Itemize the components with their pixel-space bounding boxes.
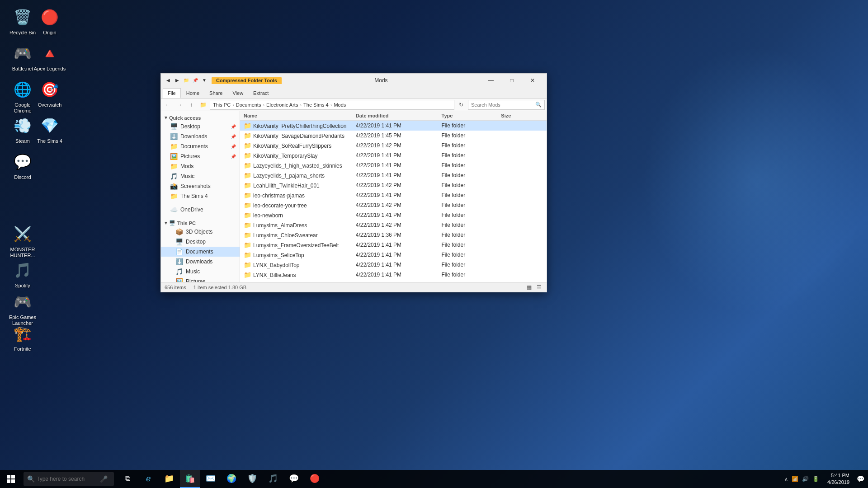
the-sims-4-icon: 💎: [39, 115, 61, 136]
onedrive-section: ☁️ OneDrive: [161, 203, 240, 216]
desktop-icon-discord[interactable]: 💬 Discord: [5, 149, 41, 182]
detail-view-button[interactable]: ▦: [525, 283, 533, 291]
svg-rect-3: [11, 479, 15, 483]
taskbar-store[interactable]: 🛍️: [180, 470, 200, 488]
desktop-icon-apex-legends[interactable]: 🔺 Apex Legends: [32, 41, 68, 74]
tab-file[interactable]: File: [163, 88, 181, 98]
refresh-button[interactable]: ↻: [456, 100, 466, 110]
path-this-pc[interactable]: This PC: [213, 102, 231, 108]
sidebar-quick-desktop[interactable]: 🖥️ Desktop 📌: [161, 122, 240, 131]
table-row[interactable]: 📁LYNX_BabydollTop 4/22/2019 1:41 PM File…: [240, 260, 547, 270]
col-header-date[interactable]: Date modified: [352, 112, 438, 119]
taskbar-edge[interactable]: ℯ: [138, 470, 158, 488]
task-view-button[interactable]: ⧉: [118, 470, 137, 488]
table-row[interactable]: 📁KikoVanity_SoRealFurrySlippers 4/22/201…: [240, 141, 547, 150]
col-header-size[interactable]: Size: [497, 112, 547, 119]
recent-locations-button[interactable]: 📁: [198, 100, 208, 110]
quick-access-header[interactable]: ▾ Quick access: [161, 113, 240, 122]
tab-home[interactable]: Home: [182, 88, 204, 98]
tray-network-icon[interactable]: 📶: [791, 476, 799, 482]
compressed-folder-tools-tab[interactable]: Compressed Folder Tools: [212, 77, 282, 84]
taskbar-chrome[interactable]: 🌍: [222, 470, 241, 488]
table-row[interactable]: 📁KikoVanity_SavageDiamondPendants 4/22/2…: [240, 131, 547, 141]
tab-share[interactable]: Share: [205, 88, 227, 98]
table-row[interactable]: 📁KikoVanity_TemporarySlay 4/22/2019 1:41…: [240, 150, 547, 160]
battlenet-label: Battle.net: [12, 66, 33, 72]
path-mods[interactable]: Mods: [334, 102, 346, 108]
taskbar-explorer[interactable]: 📁: [159, 470, 179, 488]
taskbar-clock[interactable]: 5:41 PM 4/26/2019: [824, 472, 853, 486]
close-button[interactable]: ✕: [522, 74, 543, 87]
table-row[interactable]: 📁Lumysims_ChloeSweatear 4/22/2019 1:36 P…: [240, 230, 547, 240]
taskbar-search-icon: 🔍: [27, 475, 35, 483]
tray-volume-icon[interactable]: 🔊: [801, 476, 810, 482]
table-row[interactable]: 📁leo-newborn 4/22/2019 1:41 PM File fold…: [240, 210, 547, 220]
battlenet-icon: 🎮: [12, 42, 33, 64]
desktop-icon-origin[interactable]: 🔴 Origin: [32, 5, 68, 38]
taskbar-search-input[interactable]: [37, 476, 100, 482]
taskbar-search-box[interactable]: 🔍 🎤: [24, 472, 114, 486]
tray-up-icon[interactable]: ∧: [783, 476, 789, 482]
sidebar-pc-documents[interactable]: 📄 Documents: [161, 247, 240, 257]
svg-rect-0: [7, 475, 10, 479]
monster-hunter-icon: ⚔️: [12, 223, 33, 245]
sidebar-pc-music[interactable]: 🎵 Music: [161, 267, 240, 277]
tray-battery-icon[interactable]: 🔋: [811, 476, 820, 482]
taskbar-mail[interactable]: ✉️: [201, 470, 221, 488]
sidebar-quick-downloads[interactable]: ⬇️ Downloads 📌: [161, 131, 240, 141]
sidebar-pc-3d-objects[interactable]: 📦 3D Objects: [161, 227, 240, 237]
address-path[interactable]: This PC › Documents › Electronic Arts › …: [210, 100, 454, 110]
table-row[interactable]: 📁Lumysims_FrameOversizedTeeBelt 4/22/201…: [240, 240, 547, 250]
table-row[interactable]: 📁LYNX_BillieJeans 4/22/2019 1:41 PM File…: [240, 270, 547, 280]
desktop-icon-fortnite[interactable]: 🏗️ Fortnite: [5, 321, 41, 354]
list-view-button[interactable]: ☰: [535, 283, 543, 291]
sidebar-quick-mods[interactable]: 📁 Mods: [161, 161, 240, 171]
search-input[interactable]: [471, 102, 533, 108]
sidebar-pc-pictures[interactable]: 🖼️ Pictures: [161, 277, 240, 282]
nav-forward-button[interactable]: →: [175, 100, 184, 110]
taskbar-discord[interactable]: 💬: [284, 470, 304, 488]
table-row[interactable]: 📁LeahLilith_TwinkleHair_001 4/22/2019 1:…: [240, 180, 547, 190]
taskbar-origin[interactable]: 🔴: [305, 470, 325, 488]
taskbar-shield[interactable]: 🛡️: [242, 470, 262, 488]
sidebar-quick-music[interactable]: 🎵 Music: [161, 171, 240, 181]
table-row[interactable]: 📁Lumysims_SeliceTop 4/22/2019 1:41 PM Fi…: [240, 250, 547, 260]
search-box[interactable]: 🔍: [468, 100, 545, 110]
path-electronic-arts[interactable]: Electronic Arts: [266, 102, 298, 108]
sidebar-quick-pictures[interactable]: 🖼️ Pictures 📌: [161, 151, 240, 161]
nav-up-button[interactable]: ↑: [186, 100, 196, 110]
sidebar-pc-desktop[interactable]: 🖥️ Desktop: [161, 237, 240, 247]
start-button[interactable]: [0, 470, 22, 488]
tab-view[interactable]: View: [228, 88, 248, 98]
table-row[interactable]: 📁KikoVanity_PrettyChillerthingCollection…: [240, 121, 547, 131]
notification-icon[interactable]: 💬: [853, 475, 868, 483]
desktop-icon-monster-hunter[interactable]: ⚔️ MONSTER HUNTER...: [5, 221, 41, 260]
sidebar-quick-screenshots[interactable]: 📸 Screenshots: [161, 181, 240, 191]
nav-back-button[interactable]: ←: [163, 100, 173, 110]
folder-icon: 📁: [244, 132, 251, 139]
minimize-button[interactable]: —: [481, 74, 501, 87]
taskbar-spotify[interactable]: 🎵: [263, 470, 283, 488]
desktop-icon-spotify[interactable]: 🎵 Spotify: [5, 258, 41, 291]
path-the-sims-4[interactable]: The Sims 4: [303, 102, 329, 108]
folder-icon: 📁: [244, 231, 251, 239]
file-list: Name Date modified Type Size 📁KikoVanity…: [240, 111, 547, 282]
desktop-icon-the-sims-4[interactable]: 💎 The Sims 4: [32, 113, 68, 146]
col-header-name[interactable]: Name: [240, 112, 352, 119]
monster-hunter-label: MONSTER HUNTER...: [6, 247, 39, 258]
desktop-icon-overwatch[interactable]: 🎯 Overwatch: [32, 77, 68, 110]
table-row[interactable]: 📁Lazyeyelids_f_pajama_shorts 4/22/2019 1…: [240, 170, 547, 180]
tab-extract[interactable]: Extract: [249, 88, 273, 98]
col-header-type[interactable]: Type: [438, 112, 497, 119]
sidebar-quick-the-sims-4[interactable]: 📁 The Sims 4: [161, 191, 240, 201]
sidebar-quick-documents[interactable]: 📁 Documents 📌: [161, 141, 240, 151]
path-documents[interactable]: Documents: [236, 102, 261, 108]
table-row[interactable]: 📁Lazyeyelids_f_high_wasted_skinnies 4/22…: [240, 160, 547, 170]
table-row[interactable]: 📁leo-christmas-pjamas 4/22/2019 1:41 PM …: [240, 190, 547, 200]
sidebar-item-onedrive[interactable]: ☁️ OneDrive: [161, 205, 240, 215]
maximize-button[interactable]: □: [501, 74, 522, 87]
this-pc-header[interactable]: ▾ 🖥️ This PC: [161, 218, 240, 227]
table-row[interactable]: 📁leo-decorate-your-tree 4/22/2019 1:42 P…: [240, 200, 547, 210]
sidebar-pc-downloads[interactable]: ⬇️ Downloads: [161, 257, 240, 267]
table-row[interactable]: 📁Lumysims_AlmaDress 4/22/2019 1:42 PM Fi…: [240, 220, 547, 230]
